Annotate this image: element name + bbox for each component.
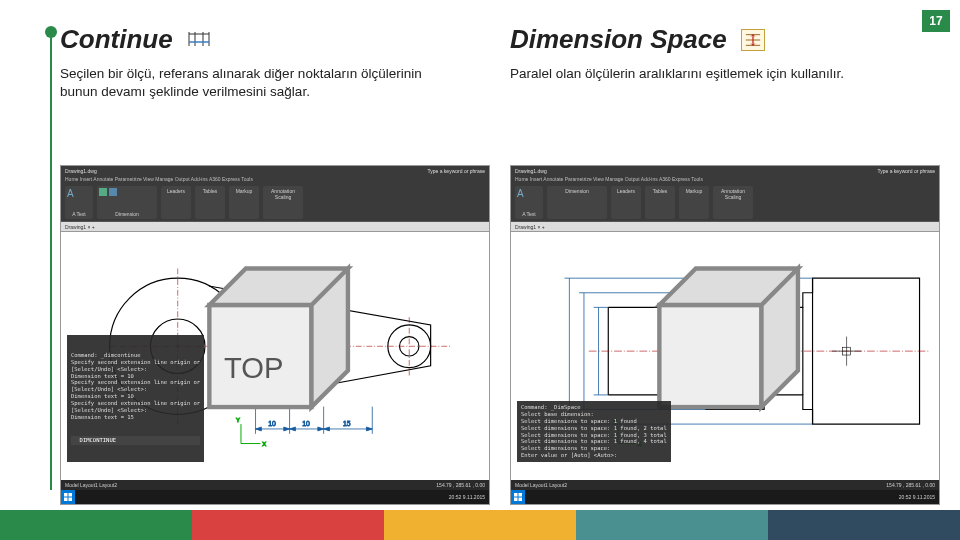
ribbon-panel-tables[interactable]: Tables: [197, 188, 223, 194]
file-tabs[interactable]: Drawing1 × +: [511, 222, 939, 232]
taskbar-clock: 20:52 9.11.2015: [449, 494, 485, 500]
autocad-screenshot-left: Drawing1.dwg Type a keyword or phrase Ho…: [60, 165, 490, 505]
command-window: Command: _dimcontinue Specify second ext…: [67, 335, 204, 462]
footer-bar: [192, 510, 384, 540]
cad-window-title: Drawing1.dwg: [65, 168, 97, 174]
ribbon-panel-text[interactable]: A Text: [67, 211, 91, 217]
ribbon: AA Text Dimension Leaders Tables Markup …: [511, 184, 939, 222]
layout-tabs[interactable]: Model Layout1 Layout2: [515, 482, 567, 488]
coord-readout: 154.79 , 285.61 , 0.00: [436, 482, 485, 488]
ribbon-tabs[interactable]: Home Insert Annotate Parametrize View Ma…: [61, 176, 489, 184]
status-bar: Model Layout1 Layout2 154.79 , 285.61 , …: [511, 480, 939, 490]
footer-bar: [576, 510, 768, 540]
ribbon-panel-annoscale[interactable]: Annotation Scaling: [265, 188, 301, 200]
svg-rect-65: [514, 498, 518, 502]
left-desc: Seçilen bir ölçü, referans alınarak diğe…: [60, 65, 430, 101]
footer-bar: [768, 510, 960, 540]
footer-color-bars: [0, 510, 960, 540]
svg-rect-62: [659, 305, 761, 407]
continue-icon: [187, 29, 211, 51]
cad-window-title: Drawing1.dwg: [515, 168, 547, 174]
ribbon-panel-dimension[interactable]: Dimension: [549, 188, 605, 194]
file-tabs[interactable]: Drawing1 × +: [61, 222, 489, 232]
ribbon-panel-markup[interactable]: Markup: [231, 188, 257, 194]
ribbon-panel-leaders[interactable]: Leaders: [163, 188, 189, 194]
left-title: Continue: [60, 24, 173, 55]
layout-tabs[interactable]: Model Layout1 Layout2: [65, 482, 117, 488]
footer-bar: [0, 510, 192, 540]
ribbon-panel-leaders[interactable]: Leaders: [613, 188, 639, 194]
ribbon-panel-tables[interactable]: Tables: [647, 188, 673, 194]
svg-rect-40: [69, 498, 73, 502]
right-column: Dimension Space Paralel olan ölçülerin a…: [510, 24, 940, 101]
footer-bar: [384, 510, 576, 540]
svg-rect-38: [69, 493, 73, 497]
taskbar-clock: 20:52 9.11.2015: [899, 494, 935, 500]
ribbon-tabs[interactable]: Home Insert Annotate Parametrize View Ma…: [511, 176, 939, 184]
svg-rect-63: [514, 493, 518, 497]
screenshots-row: Drawing1.dwg Type a keyword or phrase Ho…: [60, 165, 940, 505]
right-desc: Paralel olan ölçülerin aralıklarını eşit…: [510, 65, 940, 83]
drawing-canvas-left[interactable]: 10 10 15 YX TOP Command: _dimcontinue Sp…: [61, 232, 489, 480]
autocad-screenshot-right: Drawing1.dwg Type a keyword or phrase Ho…: [510, 165, 940, 505]
command-input[interactable]: DIMCONTINUE: [71, 436, 200, 445]
ribbon-panel-text[interactable]: A Text: [517, 211, 541, 217]
windows-taskbar[interactable]: 20:52 9.11.2015: [511, 490, 939, 504]
ribbon-panel-markup[interactable]: Markup: [681, 188, 707, 194]
ribbon-panel-annoscale[interactable]: Annotation Scaling: [715, 188, 751, 200]
left-column: Continue Seçilen bir ölçü, referans alın…: [60, 24, 490, 101]
svg-rect-66: [519, 498, 523, 502]
timeline-line: [50, 30, 52, 490]
svg-text:TOP: TOP: [224, 352, 283, 384]
start-button[interactable]: [511, 490, 525, 504]
status-bar: Model Layout1 Layout2 154.79 , 285.61 , …: [61, 480, 489, 490]
ribbon: AA Text Dimension Leaders Tables Markup …: [61, 184, 489, 222]
svg-rect-39: [64, 498, 68, 502]
cad-search-hint: Type a keyword or phrase: [877, 168, 935, 174]
svg-rect-37: [64, 493, 68, 497]
command-window: Command: _DimSpace Select base dimension…: [517, 401, 671, 462]
dimspace-icon: [741, 29, 765, 51]
drawing-canvas-right[interactable]: YX Command: _DimSpace Select base dimens…: [511, 232, 939, 480]
windows-taskbar[interactable]: 20:52 9.11.2015: [61, 490, 489, 504]
svg-rect-64: [519, 493, 523, 497]
cad-search-hint: Type a keyword or phrase: [427, 168, 485, 174]
start-button[interactable]: [61, 490, 75, 504]
ribbon-panel-dimension[interactable]: Dimension: [99, 211, 155, 217]
right-title: Dimension Space: [510, 24, 727, 55]
coord-readout: 154.79 , 285.61 , 0.00: [886, 482, 935, 488]
slide-header-row: Continue Seçilen bir ölçü, referans alın…: [60, 24, 940, 101]
